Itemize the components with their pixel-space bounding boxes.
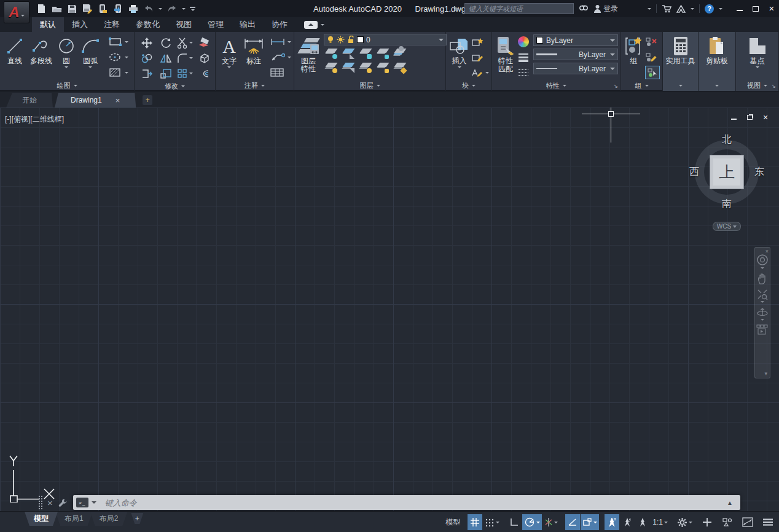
app-store-cart-icon[interactable] — [662, 4, 671, 13]
new-drawing-tab-button[interactable]: + — [143, 95, 152, 105]
rectangle-dropdown-icon[interactable] — [125, 41, 128, 43]
polar-tracking-button[interactable] — [522, 514, 542, 530]
panel-properties-label[interactable]: 特性↘ — [492, 80, 620, 91]
layer-freeze-button[interactable] — [359, 47, 373, 60]
undo-dropdown-icon[interactable] — [159, 8, 162, 10]
dimension-button[interactable]: 标注 — [240, 34, 267, 80]
isolate-objects-button[interactable] — [720, 514, 735, 530]
search-expand-icon[interactable]: ▶ — [455, 6, 460, 12]
layer-make-current-button[interactable] — [394, 47, 407, 60]
circle-button[interactable]: 圆 — [55, 34, 77, 80]
object-snap-tracking-button[interactable] — [565, 514, 580, 530]
lineweight-list-icon[interactable] — [518, 50, 529, 64]
viewport-controls[interactable]: [-][俯视][二维线框] — [5, 114, 64, 125]
navbar-customize-icon[interactable]: ▾ — [764, 370, 767, 377]
linear-dimension-button[interactable] — [270, 35, 291, 49]
leader-button[interactable] — [270, 50, 291, 64]
sign-in-button[interactable]: 登录 — [593, 4, 618, 14]
layout-tab-layout2[interactable]: 布局2 — [90, 512, 128, 526]
text-dropdown-icon[interactable] — [227, 66, 231, 68]
layer-select-combo[interactable]: 0 — [324, 34, 447, 45]
panel-view-label[interactable]: 视图↘ — [736, 80, 778, 91]
rotate-button[interactable] — [160, 37, 172, 49]
save-as-button[interactable] — [82, 3, 93, 14]
trim-button[interactable] — [177, 37, 193, 49]
trim-dropdown-icon[interactable] — [189, 42, 193, 44]
linear-dimension-dropdown-icon[interactable] — [288, 41, 291, 43]
search-icon[interactable] — [579, 4, 589, 13]
autodesk-account-icon[interactable] — [676, 5, 686, 13]
viewcube-face-up[interactable]: 上 — [710, 155, 744, 189]
viewcube-south[interactable]: 南 — [722, 198, 732, 211]
lineweight-combo[interactable]: ByLayer — [533, 49, 618, 60]
base-view-dropdown-icon[interactable] — [756, 66, 759, 68]
file-tab-close-icon[interactable]: × — [115, 96, 120, 105]
color-wheel-icon[interactable] — [518, 35, 529, 49]
ellipse-dropdown-icon[interactable] — [125, 57, 128, 58]
layer-thaw-all-button[interactable] — [359, 61, 373, 74]
annotation-scale-icon[interactable] — [635, 514, 650, 530]
navigation-wheel-button[interactable] — [756, 254, 769, 269]
minimize-button[interactable] — [736, 5, 743, 12]
save-button[interactable] — [66, 3, 77, 14]
save-to-web-mobile-button[interactable] — [112, 3, 123, 14]
object-snap-dropdown-icon[interactable] — [593, 522, 597, 523]
panel-layers-label[interactable]: 图层 — [294, 80, 445, 91]
array-button[interactable] — [177, 68, 193, 79]
layer-unisolate-button[interactable] — [342, 61, 356, 74]
text-button[interactable]: A 文字 — [218, 34, 240, 80]
copy-button[interactable] — [141, 53, 153, 64]
match-properties-button[interactable]: 特性 匹配 — [495, 34, 517, 80]
grid-toggle-button[interactable] — [468, 514, 482, 530]
explode-button[interactable] — [198, 52, 210, 65]
help-dropdown-icon[interactable] — [719, 8, 722, 10]
base-view-button[interactable]: 基点 — [739, 34, 776, 80]
color-dropdown-icon[interactable] — [610, 39, 615, 42]
navbar-close-icon[interactable]: × — [765, 248, 769, 254]
fillet-dropdown-icon[interactable] — [189, 57, 193, 59]
group-edit-button[interactable] — [645, 50, 660, 64]
isometric-dropdown-icon[interactable] — [554, 522, 558, 523]
fillet-button[interactable] — [177, 53, 193, 64]
leader-dropdown-icon[interactable] — [288, 57, 291, 58]
ortho-toggle-button[interactable] — [507, 514, 522, 530]
hatch-button[interactable] — [108, 66, 128, 79]
command-prompt-icon[interactable]: >_ — [76, 498, 88, 507]
panel-groups-label[interactable]: 组 — [621, 80, 662, 91]
wcs-menu[interactable]: WCS — [713, 222, 741, 231]
workspace-switching-button[interactable] — [675, 514, 694, 530]
erase-button[interactable] — [197, 37, 211, 49]
define-attributes-button[interactable] — [471, 66, 489, 79]
arc-button[interactable]: 圆弧 — [77, 34, 103, 80]
polyline-button[interactable]: 多段线 — [27, 34, 55, 80]
clean-screen-button[interactable] — [740, 514, 755, 530]
layer-unlock-button[interactable] — [377, 61, 390, 74]
view-dialog-launcher-icon[interactable]: ↘ — [771, 83, 776, 89]
mirror-button[interactable] — [160, 53, 172, 64]
command-palette-close-icon[interactable]: × — [47, 498, 53, 508]
array-dropdown-icon[interactable] — [189, 72, 193, 74]
showmotion-button[interactable] — [756, 324, 769, 335]
ribbon-tab-output[interactable]: 输出 — [232, 17, 264, 32]
move-button[interactable] — [141, 37, 153, 49]
ribbon-minimize-dropdown-icon[interactable] — [321, 24, 324, 26]
redo-dropdown-icon[interactable] — [182, 8, 186, 10]
application-menu-button[interactable]: A — [4, 1, 29, 23]
attributes-dropdown-icon[interactable] — [485, 72, 489, 74]
viewport-restore-button[interactable] — [746, 114, 753, 121]
panel-block-label[interactable]: 块 — [446, 80, 491, 91]
orbit-button[interactable] — [756, 307, 769, 321]
layer-on-all-button[interactable] — [325, 61, 339, 74]
object-snap-button[interactable] — [581, 514, 599, 530]
clipboard-button[interactable]: 剪贴板 — [701, 34, 733, 80]
help-icon[interactable]: ? — [705, 4, 714, 14]
help-search-input[interactable] — [464, 3, 574, 14]
layer-properties-button[interactable]: 图层 特性 — [297, 34, 320, 80]
ribbon-tab-parametric[interactable]: 参数化 — [128, 17, 168, 32]
insert-dropdown-icon[interactable] — [458, 66, 461, 68]
ribbon-tab-annotate[interactable]: 注释 — [96, 17, 128, 32]
file-tab-drawing1[interactable]: Drawing1 × — [55, 93, 136, 108]
hatch-dropdown-icon[interactable] — [125, 72, 128, 74]
viewcube-north[interactable]: 北 — [722, 133, 732, 146]
line-button[interactable]: 直线 — [2, 34, 27, 80]
